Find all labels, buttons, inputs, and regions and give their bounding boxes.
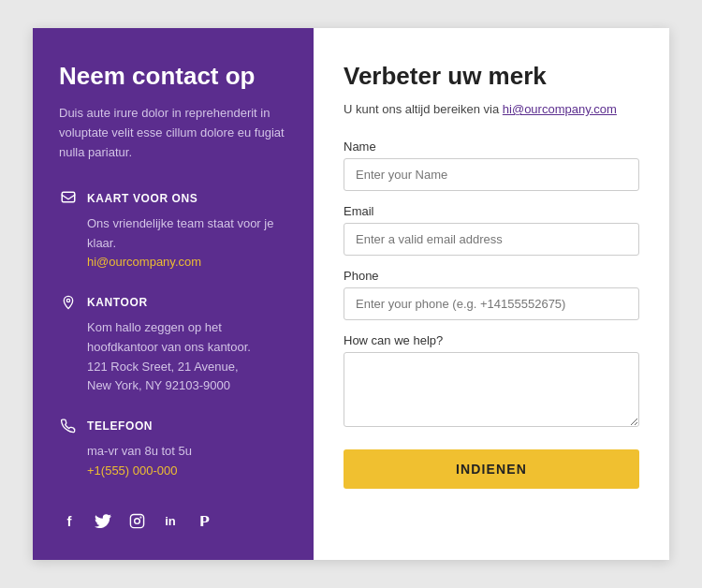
svg-point-1 [66,299,69,301]
linkedin-icon[interactable]: in [160,511,181,532]
contact-header-office: KANTOOR [59,293,287,312]
contact-link-map[interactable]: hi@ourcompany.com [87,255,201,269]
contact-link-phone[interactable]: +1(555) 000-000 [87,463,178,478]
right-title: Verbeter uw merk [344,62,639,91]
label-message: How can we help? [344,333,639,347]
input-email[interactable] [344,223,639,256]
contact-address-office: 121 Rock Sreet, 21 Avenue,New York, NY 9… [87,360,239,393]
input-name[interactable] [344,158,639,191]
svg-point-4 [140,518,141,519]
form-group-message: How can we help? [344,333,639,431]
facebook-icon[interactable]: f [59,511,80,532]
input-phone[interactable] [344,287,639,320]
left-description: Duis aute irure dolor in reprehenderit i… [59,104,287,162]
label-email: Email [344,204,639,218]
map-icon [59,189,78,208]
contact-header-phone: TELEFOON [59,417,287,435]
pinterest-icon[interactable]: 𝗣 [194,511,214,532]
contact-body-map: Ons vriendelijke team staat voor je klaa… [59,214,287,272]
submit-button[interactable]: INDIENEN [344,449,639,489]
contact-label-map: KAART VOOR ONS [87,192,197,205]
form-group-email: Email [344,204,639,256]
social-bar: f in 𝗣 [59,502,287,532]
label-name: Name [344,140,639,154]
contact-item-office: KANTOOR Kom hallo zeggen op het hoofdkan… [59,293,287,396]
contact-body-office: Kom hallo zeggen op het hoofdkantoor van… [59,318,287,396]
contact-label-office: KANTOOR [87,296,148,309]
left-title: Neem contact op [59,62,287,91]
form-group-phone: Phone [344,269,639,320]
phone-icon [59,417,78,435]
form-group-name: Name [344,140,639,191]
contact-label-phone: TELEFOON [87,419,153,433]
contact-text-office: Kom hallo zeggen op het hoofdkantoor van… [87,320,251,354]
contact-header-map: KAART VOOR ONS [59,189,287,208]
main-container: Neem contact op Duis aute irure dolor in… [33,28,669,560]
right-subtitle-link[interactable]: hi@ourcompany.com [503,102,617,116]
textarea-message[interactable] [344,352,639,427]
contact-text-map: Ons vriendelijke team staat voor je klaa… [87,216,273,250]
label-phone: Phone [344,269,639,283]
contact-item-map: KAART VOOR ONS Ons vriendelijke team sta… [59,189,287,272]
twitter-icon[interactable] [93,511,113,532]
contact-text-phone: ma-vr van 8u tot 5u [87,444,192,458]
right-panel: Verbeter uw merk U kunt ons altijd berei… [314,28,669,560]
contact-form: Name Email Phone How can we help? INDIEN… [344,140,639,489]
contact-item-phone: TELEFOON ma-vr van 8u tot 5u +1(555) 000… [59,417,287,481]
instagram-icon[interactable] [126,511,147,532]
svg-point-3 [134,519,139,524]
contact-body-phone: ma-vr van 8u tot 5u +1(555) 000-000 [59,442,287,481]
right-subtitle-text: U kunt ons altijd bereiken via [344,102,503,116]
office-icon [59,293,78,312]
svg-rect-2 [130,515,143,528]
left-panel: Neem contact op Duis aute irure dolor in… [33,28,314,560]
left-content: Neem contact op Duis aute irure dolor in… [59,62,287,502]
right-subtitle: U kunt ons altijd bereiken via hi@ourcom… [344,100,639,119]
